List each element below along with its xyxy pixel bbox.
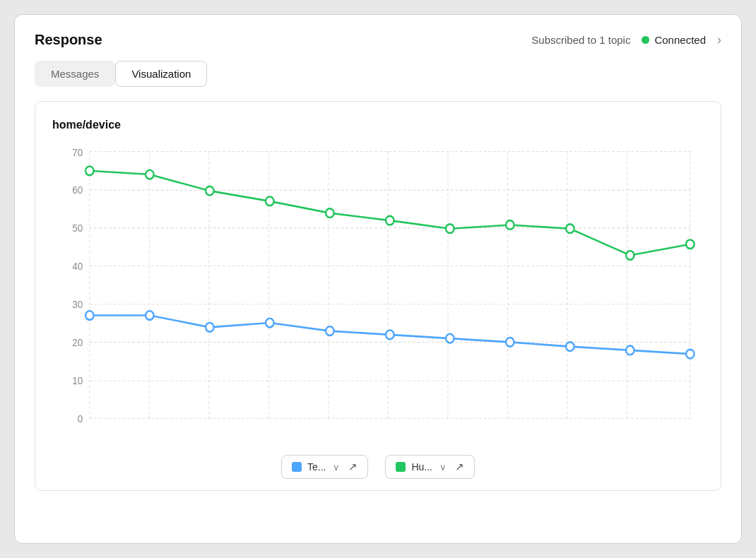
page-title: Response: [35, 32, 102, 48]
blue-point: [326, 326, 334, 336]
svg-text:10: 10: [72, 375, 83, 387]
blue-point: [266, 319, 274, 328]
header: Response Subscribed to 1 topic Connected…: [35, 32, 721, 48]
svg-text:30: 30: [72, 298, 83, 310]
header-right: Subscribed to 1 topic Connected ›: [531, 32, 721, 47]
green-point: [146, 170, 154, 179]
temperature-chevron-icon[interactable]: ∨: [333, 462, 340, 473]
green-point: [266, 197, 274, 206]
main-panel: Response Subscribed to 1 topic Connected…: [14, 14, 742, 544]
green-point: [386, 216, 394, 225]
humidity-trend-icon: ↗: [455, 461, 464, 473]
blue-point: [626, 346, 634, 355]
green-point: [506, 220, 514, 230]
svg-text:60: 60: [72, 184, 83, 196]
chart-title: home/device: [52, 119, 704, 131]
tab-bar: Messages Visualization: [35, 61, 721, 87]
blue-point: [446, 334, 454, 343]
legend-item-temperature[interactable]: Te... ∨ ↗: [281, 455, 368, 479]
humidity-label: Hu...: [411, 461, 432, 473]
svg-text:20: 20: [72, 336, 83, 348]
connected-status: Connected: [642, 34, 706, 46]
green-line: [90, 171, 690, 256]
temperature-label: Te...: [307, 461, 326, 473]
svg-text:70: 70: [72, 146, 83, 158]
connected-label: Connected: [654, 34, 706, 46]
temperature-color-box: [292, 462, 302, 472]
chart-legend: Te... ∨ ↗ Hu... ∨ ↗: [52, 455, 704, 479]
chart-svg: 0 10 20 30 40 50 60 70: [52, 144, 704, 441]
blue-point: [85, 311, 94, 320]
green-point: [626, 251, 634, 260]
connected-dot-icon: [642, 36, 649, 44]
chevron-right-icon[interactable]: ›: [717, 32, 721, 47]
humidity-color-box: [396, 462, 406, 472]
green-point: [85, 167, 94, 176]
blue-point: [146, 311, 154, 320]
chart-area: 0 10 20 30 40 50 60 70: [52, 144, 704, 441]
green-point: [686, 239, 695, 249]
green-point: [446, 224, 454, 233]
tab-messages[interactable]: Messages: [35, 61, 115, 87]
svg-text:0: 0: [78, 412, 83, 425]
green-point: [566, 224, 574, 233]
svg-text:50: 50: [72, 222, 83, 234]
humidity-chevron-icon[interactable]: ∨: [439, 462, 447, 473]
blue-point: [506, 338, 514, 347]
blue-point: [386, 331, 394, 340]
temperature-trend-icon: ↗: [348, 461, 358, 473]
svg-text:40: 40: [72, 261, 83, 273]
blue-point: [566, 342, 574, 351]
tab-visualization[interactable]: Visualization: [115, 61, 207, 87]
chart-container: home/device 0 10 20 30 40 50 60 7: [35, 101, 721, 491]
green-point: [326, 208, 334, 218]
subscribed-status: Subscribed to 1 topic: [531, 34, 630, 46]
legend-item-humidity[interactable]: Hu... ∨ ↗: [385, 455, 475, 479]
blue-point: [686, 350, 695, 359]
blue-point: [206, 323, 214, 332]
green-point: [206, 186, 214, 196]
